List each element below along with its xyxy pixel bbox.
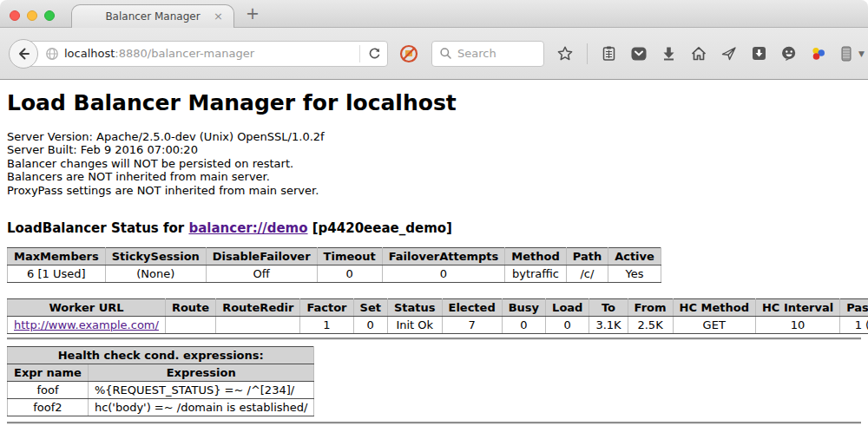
server-info: Server Version: Apache/2.5.0-dev (Unix) … <box>7 130 861 197</box>
col-elected: Elected <box>442 299 502 317</box>
cell-failoverattempts: 0 <box>382 265 505 283</box>
url-host: localhost <box>64 47 115 60</box>
url-path: :8880/balancer-manager <box>115 47 254 60</box>
plugin-blocked-icon[interactable] <box>398 43 419 64</box>
chevron-down-icon[interactable]: ▼ <box>858 49 865 58</box>
table-row: foof2 hc('body') =~ /domain is establish… <box>8 399 314 416</box>
navigation-toolbar: localhost:8880/balancer-manager Search <box>0 28 868 80</box>
health-table-title: Health check cond. expressions: <box>8 347 314 364</box>
cell-hc-interval: 10 <box>755 317 839 334</box>
col-expression: Expression <box>88 364 314 382</box>
balancer-settings-table: MaxMembers StickySession DisableFailover… <box>7 247 661 283</box>
col-failoverattempts: FailoverAttempts <box>382 248 505 265</box>
cell-stickysession: (None) <box>105 265 206 283</box>
cell-method: bytraffic <box>505 265 566 283</box>
downloads-icon[interactable] <box>661 45 677 62</box>
send-plane-icon[interactable] <box>720 45 738 62</box>
col-from: From <box>628 299 673 317</box>
back-button[interactable] <box>9 39 38 69</box>
cell-passes: 1 (0) <box>840 317 868 334</box>
cell-expr-name: foof2 <box>8 399 89 416</box>
cell-hc-method: GET <box>673 317 755 334</box>
cell-busy: 0 <box>502 317 545 334</box>
url-text[interactable]: localhost:8880/balancer-manager <box>64 47 352 60</box>
bookmark-star-icon[interactable] <box>556 45 574 62</box>
heading-prefix: LoadBalancer Status for <box>7 220 188 236</box>
pocket-icon[interactable] <box>630 45 648 62</box>
worker-url-link[interactable]: http://www.example.com/ <box>14 318 159 331</box>
home-icon[interactable] <box>690 45 707 62</box>
search-bar[interactable]: Search <box>431 41 544 67</box>
cell-path: /c/ <box>566 265 608 283</box>
cell-load: 0 <box>546 317 589 334</box>
cell-from: 2.5K <box>628 317 673 334</box>
cell-expression: hc('body') =~ /domain is established/ <box>88 399 314 416</box>
proxypass-note-line: ProxyPass settings are NOT inherited fro… <box>7 184 861 197</box>
server-version-line: Server Version: Apache/2.5.0-dev (Unix) … <box>7 130 861 143</box>
close-window-button[interactable] <box>10 10 20 21</box>
feedback-smiley-icon[interactable] <box>780 45 798 62</box>
toolbar-buttons: ▼ <box>556 43 868 64</box>
table-row: foof %{REQUEST_STATUS} =~ /^[234]/ <box>8 382 314 399</box>
persist-note-line: Balancer changes will NOT be persisted o… <box>7 157 861 170</box>
col-stickysession: StickySession <box>105 248 206 265</box>
col-maxmembers: MaxMembers <box>8 248 106 265</box>
extension-cylinder-icon[interactable] <box>839 45 853 62</box>
server-built-line: Server Built: Feb 9 2016 07:00:20 <box>7 143 861 156</box>
tab-balancer-manager[interactable]: Balancer Manager × <box>71 4 234 28</box>
col-expr-name: Expr name <box>8 364 89 382</box>
cell-active: Yes <box>608 265 661 283</box>
video-download-icon[interactable] <box>751 45 767 62</box>
table-header-row: MaxMembers StickySession DisableFailover… <box>8 248 661 265</box>
toolbar-separator <box>587 43 588 64</box>
page-content: Load Balancer Manager for localhost Serv… <box>0 91 868 426</box>
col-busy: Busy <box>502 299 545 317</box>
col-route: Route <box>165 299 215 317</box>
back-arrow-icon <box>16 46 31 62</box>
cell-elected: 7 <box>442 317 502 334</box>
reload-icon[interactable] <box>367 46 382 61</box>
divider <box>7 338 861 340</box>
col-passes: Passes <box>840 299 868 317</box>
col-method: Method <box>505 248 566 265</box>
tab-close-icon[interactable]: × <box>214 10 223 22</box>
urlbar-separator <box>359 45 360 62</box>
bookmarks-clipboard-icon[interactable] <box>601 45 617 62</box>
col-load: Load <box>546 299 589 317</box>
col-hc-interval: HC Interval <box>755 299 839 317</box>
cell-set: 0 <box>353 317 387 334</box>
minimize-window-button[interactable] <box>27 10 37 21</box>
heading-suffix: [p4420eeae_demo] <box>308 220 452 236</box>
col-status: Status <box>387 299 442 317</box>
search-placeholder: Search <box>457 47 496 60</box>
table-header-row: Worker URL Route RouteRedir Factor Set S… <box>8 299 868 317</box>
col-hc-method: HC Method <box>673 299 755 317</box>
cell-disablefailover: Off <box>206 265 317 283</box>
col-routeredir: RouteRedir <box>216 299 300 317</box>
col-to: To <box>589 299 628 317</box>
balancer-status-heading: LoadBalancer Status for balancer://demo … <box>7 220 861 236</box>
tab-title: Balancer Manager <box>105 10 200 23</box>
browser-window: Balancer Manager × + localhost:8880/bala… <box>0 0 868 426</box>
cell-to: 3.1K <box>589 317 628 334</box>
page-title: Load Balancer Manager for localhost <box>7 91 861 115</box>
zoom-window-button[interactable] <box>44 10 55 21</box>
col-factor: Factor <box>300 299 353 317</box>
site-identity-globe-icon[interactable] <box>45 47 59 61</box>
color-dots-icon[interactable] <box>811 46 826 62</box>
col-disablefailover: DisableFailover <box>206 248 317 265</box>
search-icon <box>439 47 452 60</box>
url-bar[interactable]: localhost:8880/balancer-manager <box>23 41 388 67</box>
window-controls <box>10 10 55 21</box>
col-active: Active <box>608 248 661 265</box>
table-title-row: Health check cond. expressions: <box>8 347 314 364</box>
divider <box>7 422 861 424</box>
title-bar: Balancer Manager × + <box>0 0 868 28</box>
balancer-demo-link[interactable]: balancer://demo <box>188 220 307 236</box>
col-path: Path <box>566 248 608 265</box>
table-row: http://www.example.com/ 1 0 Init Ok 7 0 … <box>8 317 868 334</box>
new-tab-button[interactable]: + <box>246 3 260 23</box>
col-set: Set <box>353 299 387 317</box>
cell-factor: 1 <box>300 317 353 334</box>
cell-status: Init Ok <box>387 317 442 334</box>
